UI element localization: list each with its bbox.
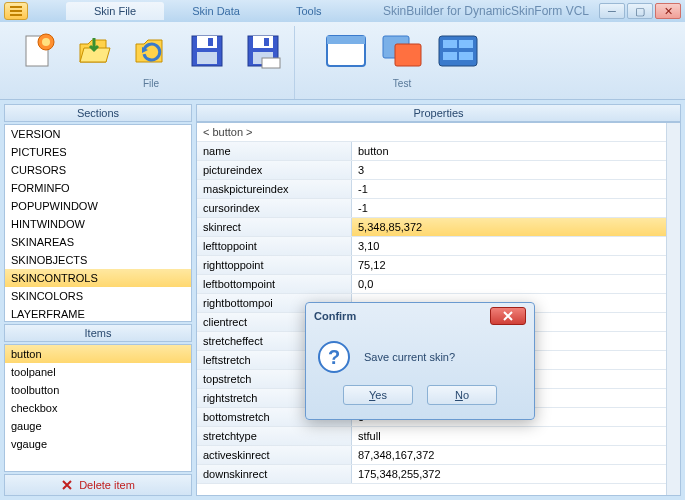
svg-point-6 bbox=[42, 38, 50, 46]
property-value[interactable]: 175,348,255,372 bbox=[352, 465, 680, 483]
section-item[interactable]: SKINAREAS bbox=[5, 233, 191, 251]
save-as-button[interactable] bbox=[242, 30, 284, 72]
svg-rect-22 bbox=[443, 40, 457, 48]
property-row[interactable]: downskinrect175,348,255,372 bbox=[197, 465, 680, 484]
ribbon: File Test bbox=[0, 22, 685, 100]
svg-rect-14 bbox=[264, 38, 269, 46]
section-item[interactable]: VERSION bbox=[5, 125, 191, 143]
property-row[interactable]: skinrect5,348,85,372 bbox=[197, 218, 680, 237]
property-value[interactable]: 5,348,85,372 bbox=[352, 218, 680, 236]
sections-header: Sections bbox=[4, 104, 192, 122]
ribbon-group-test-label: Test bbox=[393, 76, 411, 91]
windows-stack-icon bbox=[381, 34, 423, 68]
section-item[interactable]: FORMINFO bbox=[5, 179, 191, 197]
dialog-title: Confirm bbox=[314, 310, 356, 322]
ribbon-tabs: Skin File Skin Data Tools bbox=[66, 2, 350, 20]
open-folder-icon bbox=[76, 32, 114, 70]
test-windows-button[interactable] bbox=[381, 30, 423, 72]
property-name: skinrect bbox=[197, 218, 352, 236]
property-name: activeskinrect bbox=[197, 446, 352, 464]
close-button[interactable]: ✕ bbox=[655, 3, 681, 19]
no-button[interactable]: No bbox=[427, 385, 497, 405]
property-row[interactable]: lefttoppoint3,10 bbox=[197, 237, 680, 256]
test-controls-button[interactable] bbox=[437, 30, 479, 72]
maximize-button[interactable]: ▢ bbox=[627, 3, 653, 19]
open-file-button[interactable] bbox=[74, 30, 116, 72]
section-item[interactable]: SKINCONTROLS bbox=[5, 269, 191, 287]
property-row[interactable]: maskpictureindex-1 bbox=[197, 180, 680, 199]
section-item[interactable]: HINTWINDOW bbox=[5, 215, 191, 233]
property-row[interactable]: righttoppoint75,12 bbox=[197, 256, 680, 275]
refresh-button[interactable] bbox=[130, 30, 172, 72]
properties-header: Properties bbox=[196, 104, 681, 122]
property-value[interactable]: 87,348,167,372 bbox=[352, 446, 680, 464]
new-file-button[interactable] bbox=[18, 30, 60, 72]
list-item[interactable]: button bbox=[5, 345, 191, 363]
section-item[interactable]: SKINOBJECTS bbox=[5, 251, 191, 269]
section-item[interactable]: SKINCOLORS bbox=[5, 287, 191, 305]
list-item[interactable]: toolpanel bbox=[5, 363, 191, 381]
property-value[interactable]: button bbox=[352, 142, 680, 160]
property-value[interactable]: 3,10 bbox=[352, 237, 680, 255]
list-item[interactable]: toolbutton bbox=[5, 381, 191, 399]
property-value[interactable]: -1 bbox=[352, 180, 680, 198]
list-item[interactable]: gauge bbox=[5, 417, 191, 435]
scrollbar[interactable] bbox=[666, 123, 680, 495]
titlebar: Skin File Skin Data Tools SkinBuilder fo… bbox=[0, 0, 685, 22]
property-row[interactable]: activeskinrect87,348,167,372 bbox=[197, 446, 680, 465]
property-name: leftbottompoint bbox=[197, 275, 352, 293]
test-window-button[interactable] bbox=[325, 30, 367, 72]
property-value[interactable]: stfull bbox=[352, 427, 680, 445]
property-object-caption: < button > bbox=[197, 123, 680, 142]
property-value[interactable]: 75,12 bbox=[352, 256, 680, 274]
items-list[interactable]: buttontoolpaneltoolbuttoncheckboxgaugevg… bbox=[4, 344, 192, 472]
property-value[interactable]: -1 bbox=[352, 199, 680, 217]
section-item[interactable]: CURSORS bbox=[5, 161, 191, 179]
property-row[interactable]: stretchtypestfull bbox=[197, 427, 680, 446]
system-menu-button[interactable] bbox=[4, 2, 28, 20]
property-name: pictureindex bbox=[197, 161, 352, 179]
question-icon: ? bbox=[318, 341, 350, 373]
section-item[interactable]: PICTURES bbox=[5, 143, 191, 161]
yes-button[interactable]: Yes bbox=[343, 385, 413, 405]
list-item[interactable]: vgauge bbox=[5, 435, 191, 453]
ribbon-group-file-label: File bbox=[143, 76, 159, 91]
save-icon bbox=[188, 32, 226, 70]
property-name: downskinrect bbox=[197, 465, 352, 483]
refresh-folder-icon bbox=[132, 32, 170, 70]
tab-skin-file[interactable]: Skin File bbox=[66, 2, 164, 20]
delete-item-button[interactable]: Delete item bbox=[4, 474, 192, 496]
new-file-icon bbox=[20, 32, 58, 70]
property-row[interactable]: leftbottompoint0,0 bbox=[197, 275, 680, 294]
section-item[interactable]: POPUPWINDOW bbox=[5, 197, 191, 215]
property-row[interactable]: cursorindex-1 bbox=[197, 199, 680, 218]
svg-rect-13 bbox=[253, 36, 273, 48]
tab-tools[interactable]: Tools bbox=[268, 2, 350, 20]
controls-icon bbox=[437, 34, 479, 68]
dialog-message: Save current skin? bbox=[364, 351, 455, 363]
property-name: stretchtype bbox=[197, 427, 352, 445]
svg-rect-10 bbox=[208, 38, 213, 46]
svg-rect-18 bbox=[327, 36, 365, 44]
list-item[interactable]: checkbox bbox=[5, 399, 191, 417]
property-value[interactable]: 0,0 bbox=[352, 275, 680, 293]
minimize-button[interactable]: ─ bbox=[599, 3, 625, 19]
property-name: name bbox=[197, 142, 352, 160]
tab-skin-data[interactable]: Skin Data bbox=[164, 2, 268, 20]
svg-rect-20 bbox=[395, 44, 421, 66]
svg-rect-0 bbox=[10, 6, 22, 8]
delete-item-label: Delete item bbox=[79, 479, 135, 491]
svg-rect-25 bbox=[459, 52, 473, 60]
sections-list[interactable]: VERSIONPICTURESCURSORSFORMINFOPOPUPWINDO… bbox=[4, 124, 192, 322]
property-value[interactable]: 3 bbox=[352, 161, 680, 179]
property-row[interactable]: namebutton bbox=[197, 142, 680, 161]
dialog-close-button[interactable] bbox=[490, 307, 526, 325]
save-button[interactable] bbox=[186, 30, 228, 72]
window-title: SkinBuilder for DynamicSkinForm VCL bbox=[383, 4, 589, 18]
items-header: Items bbox=[4, 324, 192, 342]
confirm-dialog: Confirm ? Save current skin? Yes No bbox=[305, 302, 535, 420]
svg-rect-9 bbox=[197, 36, 217, 48]
svg-rect-2 bbox=[10, 14, 22, 16]
section-item[interactable]: LAYERFRAME bbox=[5, 305, 191, 322]
property-row[interactable]: pictureindex3 bbox=[197, 161, 680, 180]
